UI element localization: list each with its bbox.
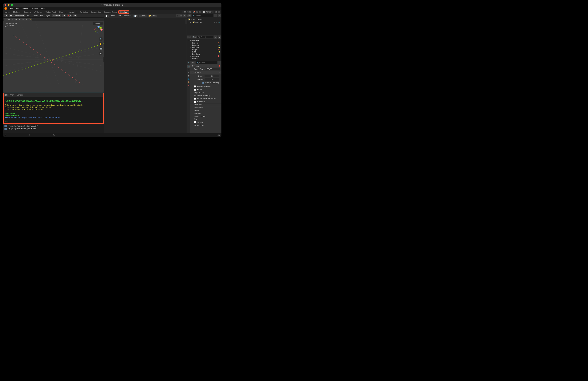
maximize-window-button[interactable] xyxy=(11,4,13,6)
menu-help[interactable]: Help xyxy=(40,7,45,10)
navigation-gizmo[interactable]: Z Y X xyxy=(95,26,103,34)
ssr-checkbox[interactable] xyxy=(194,98,196,100)
outliner-collection[interactable]: ▸ 📁 Collection ☑ 👁 📷 xyxy=(188,21,221,24)
console-menu-view[interactable]: View xyxy=(10,93,15,96)
workspace-tab-layout[interactable]: Layout xyxy=(3,10,12,14)
open-text-button[interactable]: 📁 Open xyxy=(148,15,157,17)
console-editor-type-dropdown[interactable]: ▣▾ xyxy=(4,94,8,96)
zoom-tool-icon[interactable]: 🔍 xyxy=(99,37,103,41)
viewport-menu-select[interactable]: Select xyxy=(32,14,38,17)
library-category-cameras[interactable]: ▸Cameras📷 xyxy=(188,44,221,46)
panel-screen-space-reflections[interactable]: ▸Screen Space Reflections xyxy=(190,97,221,100)
word-wrap-toggle[interactable]: ↩ xyxy=(179,14,183,17)
motion-blur-checkbox[interactable] xyxy=(194,101,196,103)
menu-render[interactable]: Render xyxy=(22,7,29,10)
panel-indirect-lighting[interactable]: ▸Indirect Lighting xyxy=(190,115,221,118)
panel-volumetrics[interactable]: ▸Volumetrics xyxy=(190,103,221,106)
editor-type-dropdown[interactable]: ⬚▾ xyxy=(4,14,8,17)
simplify-checkbox[interactable] xyxy=(194,121,196,123)
render-samples-input[interactable]: 64 xyxy=(205,75,219,77)
panel-shadows[interactable]: ▸Shadows xyxy=(190,112,221,115)
workspace-tab-texture-paint[interactable]: Texture Paint xyxy=(44,10,57,14)
props-tab-texture[interactable]: ▦ xyxy=(187,84,190,87)
props-tab-tool[interactable]: 🔧 xyxy=(187,62,190,65)
menu-edit[interactable]: Edit xyxy=(16,7,20,10)
menu-file[interactable]: File xyxy=(10,7,14,10)
workspace-tab-shading[interactable]: Shading xyxy=(57,10,67,14)
outliner-filter-button[interactable]: ▽ xyxy=(214,14,217,17)
workspace-tab-scripting[interactable]: Scripting xyxy=(119,10,129,14)
new-scene-icon[interactable]: ⎘ xyxy=(196,11,198,13)
delete-viewlayer-icon[interactable]: ✕ xyxy=(218,11,220,13)
props-tab-scene[interactable]: 🎬 xyxy=(187,74,190,77)
outliner-search-input[interactable]: 🔍 Search xyxy=(192,14,213,17)
menu-window[interactable]: Window xyxy=(31,7,38,10)
library-category-collections[interactable]: ▸Collections📁 xyxy=(188,46,221,48)
sidebar-toggle[interactable]: ‹ xyxy=(103,57,104,62)
panel-depth-of-field[interactable]: ▸Depth of Field xyxy=(190,91,221,94)
3d-viewport[interactable]: User Perspective (1) Collection Options … xyxy=(3,21,104,93)
workspace-tab-uv-editing[interactable]: UV Editing xyxy=(32,10,44,14)
props-search-input[interactable]: 🔍 Search xyxy=(196,61,217,64)
library-search-input[interactable]: 🔍 Search xyxy=(197,36,213,38)
text-editor-body[interactable]: ‹ xyxy=(104,18,187,134)
panel-motion-blur[interactable]: ▸Motion Blur xyxy=(190,100,221,103)
workspace-tab-sculpting[interactable]: Sculpting xyxy=(22,10,32,14)
select-box-tool[interactable]: ⬚ xyxy=(4,18,7,21)
syntax-highlight-toggle[interactable]: ab xyxy=(183,14,186,17)
measure-tool[interactable]: 📏 xyxy=(28,18,32,21)
line-numbers-toggle[interactable]: ☰ xyxy=(176,14,179,17)
perspective-toggle-icon[interactable]: ▦ xyxy=(99,51,103,55)
text-editor-type-dropdown[interactable]: 📄▾ xyxy=(105,15,109,17)
outliner-editor-type-dropdown[interactable]: ≣▾ xyxy=(188,14,191,17)
library-filter-dropdown[interactable]: 🔍▾ xyxy=(192,36,197,38)
viewport-menu-view[interactable]: View xyxy=(26,14,31,17)
cursor-tool[interactable]: ✛ xyxy=(7,18,11,21)
text-sidebar-toggle[interactable]: ‹ xyxy=(185,19,187,24)
console-chevron-down-icon[interactable]: ⌄ xyxy=(101,121,103,123)
proportional-edit-toggle[interactable]: ◉▾ xyxy=(73,14,77,17)
panel-ambient-occlusion[interactable]: ▸Ambient Occlusion xyxy=(190,85,221,88)
scene-breadcrumb[interactable]: 🎬 Scene 📌 xyxy=(190,65,221,67)
pivot-dropdown[interactable]: ⊙▾ xyxy=(62,14,66,17)
library-category-meshes[interactable]: ▸Meshes▽ xyxy=(188,58,221,60)
workspace-tab-animation[interactable]: Animation xyxy=(67,10,78,14)
library-display-mode-dropdown[interactable]: ≣▾ xyxy=(188,36,191,38)
workspace-tab-geometry-nodes[interactable]: Geometry Nodes xyxy=(102,10,119,14)
workspace-tab-rendering[interactable]: Rendering xyxy=(78,10,89,14)
panel-simplify[interactable]: ▸Simplify xyxy=(190,121,221,124)
gizmo-neg-z-axis[interactable] xyxy=(98,31,100,34)
mode-dropdown[interactable]: 🔲 Object Mode ▾ xyxy=(9,14,25,17)
text-datablock-dropdown[interactable]: 📄▾ xyxy=(133,15,138,17)
props-tab-world[interactable]: 🌐 xyxy=(187,78,190,80)
ao-checkbox[interactable] xyxy=(194,85,196,88)
library-options-button[interactable]: ⚙ xyxy=(218,36,221,39)
props-editor-type-dropdown[interactable]: ⚙▾ xyxy=(191,62,195,64)
text-menu-templates[interactable]: Templates xyxy=(123,14,132,17)
scene-selector[interactable]: 🎬 Scene xyxy=(182,11,192,13)
camera-view-icon[interactable]: 📷 xyxy=(99,47,103,50)
visibility-toggle-icon[interactable]: 👁 xyxy=(216,22,218,23)
add-workspace-button[interactable]: + xyxy=(129,10,132,14)
outliner-scene-collection[interactable]: 📁 Scene Collection xyxy=(188,18,221,21)
new-collection-button[interactable]: ⊞ xyxy=(218,14,221,17)
blender-logo-icon[interactable] xyxy=(4,7,7,10)
panel-subsurface-scattering[interactable]: ▸Subsurface Scattering xyxy=(190,94,221,97)
library-category-lights[interactable]: ▸Lights💡 xyxy=(188,51,221,53)
library-category-materials[interactable]: ▸Materials⬤2 xyxy=(188,55,221,58)
panel-grease-pencil[interactable]: ▸Grease Pencil xyxy=(190,124,221,127)
panel-curves[interactable]: ▸Curves xyxy=(190,109,221,112)
viewport-menu-add[interactable]: Add xyxy=(39,14,44,17)
sampling-panel-header[interactable]: ⌄ Sampling ⋯ xyxy=(190,71,221,74)
props-tab-viewlayer[interactable]: 🖼 xyxy=(187,71,190,74)
workspace-tab-modeling[interactable]: Modeling xyxy=(12,10,22,14)
panel-film[interactable]: ▸Film xyxy=(190,118,221,121)
panel-performance[interactable]: ▸Performance xyxy=(190,106,221,109)
panel-bloom[interactable]: ▸Bloom xyxy=(190,88,221,91)
transform-tool[interactable]: ✦ xyxy=(21,18,25,21)
snap-toggle[interactable]: 🧲▾ xyxy=(67,14,72,17)
info-line[interactable]: ✓ bpy.ops.object.select_all(action='SELE… xyxy=(4,124,103,127)
workspace-tab-compositing[interactable]: Compositing xyxy=(89,10,102,14)
orientation-dropdown[interactable]: ⌖ Global ▾ xyxy=(52,14,61,17)
viewport-menu-object[interactable]: Object xyxy=(44,14,51,17)
